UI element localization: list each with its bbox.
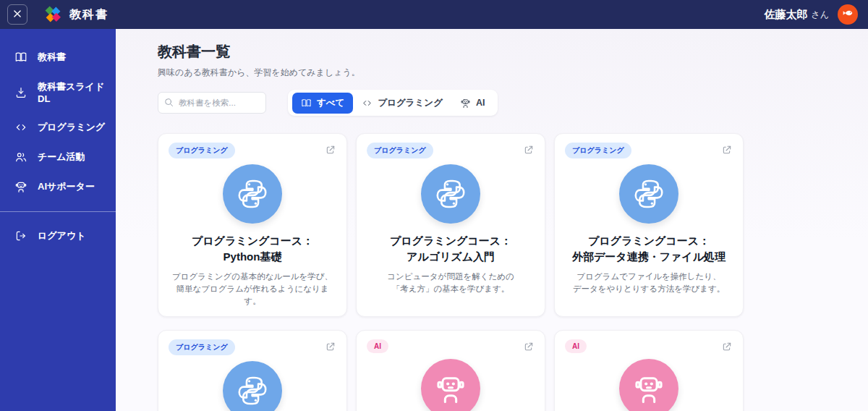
sidebar-item-ai-supporter[interactable]: AIサポーター: [0, 174, 116, 199]
card-title-line: 外部データ連携・ファイル処理: [565, 249, 733, 265]
card-header: AI: [565, 339, 733, 353]
category-badge: プログラミング: [367, 143, 433, 158]
sidebar-item-textbook-slides-dl[interactable]: 教科書スライドDL: [0, 75, 116, 110]
external-link-icon[interactable]: [325, 341, 336, 352]
python-icon: [223, 361, 282, 411]
sidebar-item-logout[interactable]: ログアウト: [0, 224, 116, 248]
card-header: プログラミング: [169, 143, 336, 158]
python-icon: [223, 164, 282, 224]
course-card[interactable]: AI中学生でも分かる生成AI入門中学生向けに、生成AIとは何かどのように使うのか…: [554, 330, 744, 411]
python-icon: [421, 164, 480, 224]
category-badge: プログラミング: [169, 339, 235, 355]
sidebar-item-textbooks[interactable]: 教科書: [0, 45, 116, 69]
filter-button-programming[interactable]: プログラミング: [353, 93, 451, 114]
filter-label: プログラミング: [378, 97, 443, 109]
user-avatar[interactable]: [838, 4, 858, 25]
sidebar-item-label: 教科書: [38, 51, 66, 64]
category-badge: AI: [367, 339, 388, 353]
close-icon: [12, 9, 22, 21]
python-icon: [619, 164, 678, 224]
book-open-icon: [14, 51, 27, 64]
card-header: プログラミング: [169, 339, 336, 355]
card-description: コンピュータが問題を解くための「考え方」の基本を学びます。: [367, 271, 535, 295]
card-title-line: プログラミングコース：: [169, 233, 336, 249]
filter-group: すべてプログラミングAI: [288, 90, 498, 116]
external-link-icon[interactable]: [721, 341, 733, 352]
card-title-line: Python基礎: [169, 249, 336, 265]
card-description: プログラミングの基本的なルールを学び、簡単なプログラムが作れるようになります。: [169, 271, 336, 308]
sidebar-item-label: ログアウト: [38, 229, 86, 242]
sidebar-item-label: 教科書スライドDL: [38, 80, 116, 104]
external-link-icon[interactable]: [523, 144, 535, 156]
card-title: プログラミングコース：外部データ連携・ファイル処理: [565, 233, 733, 265]
fish-icon: [841, 6, 855, 23]
top-bar: 教科書 佐藤太郎 さん: [0, 0, 868, 29]
course-card[interactable]: プログラミングプログラミングコース：Python基礎プログラミングの基本的なルー…: [158, 133, 347, 317]
card-header: プログラミング: [367, 143, 535, 158]
filter-button-all[interactable]: すべて: [292, 93, 353, 114]
category-badge: プログラミング: [169, 143, 235, 158]
sidebar: 教科書教科書スライドDLプログラミングチーム活動AIサポーター ログアウト: [0, 29, 116, 411]
card-description-line: 「考え方」の基本を学びます。: [367, 283, 535, 295]
robot-icon: [619, 359, 678, 411]
card-description: プログラムでファイルを操作したり、データをやりとりする方法を学びます。: [565, 271, 733, 295]
external-link-icon[interactable]: [721, 144, 733, 156]
course-card[interactable]: AI小学生でもわかる生成AI入門小学生向けに、生成AIを簡単な言葉とイラストで分…: [356, 330, 545, 411]
sidebar-item-programming[interactable]: プログラミング: [0, 115, 116, 140]
category-badge: AI: [565, 339, 587, 353]
robot-icon: [14, 180, 27, 193]
external-link-icon[interactable]: [325, 144, 336, 156]
logout-icon: [14, 229, 27, 242]
course-card[interactable]: プログラミングプログラミングコース：外部データ連携・ファイル処理プログラムでファ…: [554, 133, 744, 317]
card-title-line: プログラミングコース：: [565, 233, 733, 249]
users-icon: [14, 151, 27, 164]
toolbar: すべてプログラミングAI: [158, 90, 868, 116]
card-header: AI: [367, 339, 535, 353]
course-card[interactable]: プログラミングプログラミングコース：アルゴリズム入門コンピュータが問題を解くため…: [356, 133, 545, 317]
external-link-icon[interactable]: [523, 341, 535, 352]
page-subtitle: 興味のある教科書から、学習を始めてみましょう。: [158, 67, 868, 79]
app-title: 教科書: [69, 7, 109, 22]
sidebar-item-label: プログラミング: [38, 121, 105, 134]
close-button[interactable]: [7, 4, 27, 25]
card-description-line: プログラミングの基本的なルールを学び、: [169, 271, 336, 283]
card-title: プログラミングコース：Python基礎: [169, 233, 336, 265]
card-title-line: プログラミングコース：: [367, 233, 535, 249]
card-title: プログラミングコース：アルゴリズム入門: [367, 233, 535, 265]
download-icon: [14, 86, 27, 99]
search-icon: [163, 97, 174, 108]
robot-icon: [421, 359, 480, 411]
sidebar-divider: [0, 211, 116, 212]
sidebar-item-label: チーム活動: [38, 151, 85, 164]
search-box: [158, 92, 266, 114]
code-icon: [362, 98, 373, 109]
filter-label: すべて: [317, 97, 344, 109]
sidebar-item-team-activity[interactable]: チーム活動: [0, 145, 116, 169]
main-content: 教科書一覧 興味のある教科書から、学習を始めてみましょう。 すべてプログラミング…: [116, 29, 868, 411]
user-name-suffix: さん: [811, 9, 829, 21]
app-logo-icon: [43, 5, 62, 24]
card-grid: プログラミングプログラミングコース：Python基礎プログラミングの基本的なルー…: [158, 133, 744, 411]
robot-icon: [460, 98, 471, 109]
book-open-icon: [301, 98, 312, 109]
category-badge: プログラミング: [565, 143, 631, 158]
course-card[interactable]: プログラミングプログラミングコース：応用（関数・モジュール化）プログラムを整理し…: [158, 330, 347, 411]
card-description-line: プログラムでファイルを操作したり、: [565, 271, 733, 283]
card-header: プログラミング: [565, 143, 733, 158]
page-title: 教科書一覧: [158, 42, 868, 62]
sidebar-item-label: AIサポーター: [38, 180, 95, 193]
card-description-line: データをやりとりする方法を学びます。: [565, 283, 733, 295]
user-name: 佐藤太郎: [764, 8, 807, 22]
code-icon: [14, 121, 27, 134]
card-description-line: 簡単なプログラムが作れるようになります。: [169, 283, 336, 308]
card-title-line: アルゴリズム入門: [367, 249, 535, 265]
card-description-line: コンピュータが問題を解くための: [367, 271, 535, 283]
filter-button-ai[interactable]: AI: [451, 93, 494, 113]
filter-label: AI: [476, 98, 485, 108]
